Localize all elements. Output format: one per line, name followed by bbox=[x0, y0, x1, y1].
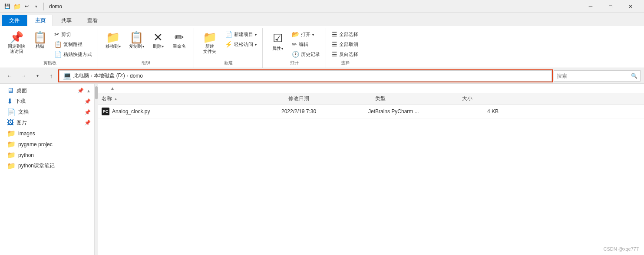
ribbon-tabs: 文件 主页 共享 查看 bbox=[0, 13, 644, 26]
sidebar-item-download[interactable]: ⬇ 下载 📌 bbox=[0, 96, 94, 107]
easy-access-label: 轻松访问 ▾ bbox=[234, 41, 257, 48]
pygame-folder-icon: 📁 bbox=[7, 140, 16, 148]
new-group-content: 📁 新建文件夹 📄 新建项目 ▾ ⚡ 轻松访问 ▾ bbox=[198, 29, 259, 59]
new-folder-button[interactable]: 📁 新建文件夹 bbox=[198, 29, 222, 56]
col-date-header[interactable]: 修改日期 bbox=[288, 95, 375, 102]
pin-label: 固定到快速访问 bbox=[8, 44, 25, 54]
sort-up-arrow: ▲ bbox=[110, 86, 115, 91]
tab-file[interactable]: 文件 bbox=[2, 15, 27, 26]
sidebar-item-pygame[interactable]: 📁 pygame projec bbox=[0, 139, 94, 150]
close-button[interactable]: ✕ bbox=[621, 0, 641, 13]
sidebar-item-pictures[interactable]: 🖼 图片 📌 bbox=[0, 118, 94, 128]
col-type-header[interactable]: 类型 bbox=[375, 95, 462, 102]
sidebar-item-desktop[interactable]: 🖥 桌面 📌 ▲ bbox=[0, 85, 94, 96]
select-col: ☰ 全部选择 ☰ 全部取消 ☰ 反向选择 bbox=[330, 29, 360, 59]
select-none-button[interactable]: ☰ 全部取消 bbox=[330, 39, 360, 49]
paste-shortcut-button[interactable]: 📄 粘贴快捷方式 bbox=[52, 49, 94, 59]
sidebar-item-python-notes[interactable]: 📁 python课堂笔记 bbox=[0, 160, 94, 171]
cut-icon: ✂ bbox=[54, 31, 59, 38]
copy-to-button[interactable]: 📋 复制到▾ bbox=[125, 29, 148, 56]
forward-button[interactable]: → bbox=[17, 70, 30, 82]
search-bar[interactable]: 🔍 bbox=[554, 70, 641, 82]
python-notes-label: python课堂笔记 bbox=[18, 162, 91, 170]
tab-view[interactable]: 查看 bbox=[80, 15, 105, 26]
documents-icon: 📄 bbox=[7, 108, 16, 116]
up-button[interactable]: ↑ bbox=[45, 70, 57, 82]
new-group: 📁 新建文件夹 📄 新建项目 ▾ ⚡ 轻松访问 ▾ 新建 bbox=[194, 28, 263, 68]
rename-icon: ✏ bbox=[175, 32, 184, 43]
copy-path-button[interactable]: 📋 复制路径 bbox=[52, 39, 94, 49]
file-item-analog-clock[interactable]: PC Analog_clock.py 2022/2/19 7:30 JetBra… bbox=[98, 105, 644, 118]
pycharm-icon: PC bbox=[102, 108, 109, 115]
properties-button[interactable]: ☑ 属性▾ bbox=[266, 29, 289, 56]
address-pc[interactable]: 此电脑 › bbox=[73, 72, 92, 79]
sidebar-item-images[interactable]: 📁 images bbox=[0, 128, 94, 139]
save-icon[interactable]: 💾 bbox=[3, 3, 11, 10]
copy-path-label: 复制路径 bbox=[63, 41, 83, 48]
move-to-button[interactable]: 📁 移动到▾ bbox=[102, 29, 124, 56]
clipboard-small-col: ✂ 剪切 📋 复制路径 📄 粘贴快捷方式 bbox=[52, 29, 94, 59]
rename-button[interactable]: ✏ 重命名 bbox=[168, 29, 190, 56]
sidebar: 🖥 桌面 📌 ▲ ⬇ 下载 📌 📄 文档 📌 🖼 图片 📌 📁 images 📁… bbox=[0, 84, 95, 255]
open-button[interactable]: 📂 打开 ▾ bbox=[290, 29, 322, 39]
address-disk-label: 本地磁盘 (D:) bbox=[94, 72, 125, 79]
cut-button[interactable]: ✂ 剪切 bbox=[52, 29, 94, 39]
minimize-button[interactable]: ─ bbox=[581, 0, 601, 13]
clipboard-group-content: 📌 固定到快速访问 📋 粘贴 ✂ 剪切 📋 复制路径 📄 粘贴快捷方式 bbox=[5, 29, 94, 59]
easy-access-icon: ⚡ bbox=[225, 41, 232, 48]
tab-share[interactable]: 共享 bbox=[54, 15, 79, 26]
window-title: domo bbox=[49, 3, 62, 10]
clipboard-group: 📌 固定到快速访问 📋 粘贴 ✂ 剪切 📋 复制路径 📄 粘贴快捷方式 bbox=[2, 28, 98, 68]
search-input[interactable] bbox=[557, 73, 629, 79]
address-disk-arrow[interactable]: › bbox=[127, 73, 128, 78]
documents-label: 文档 bbox=[18, 108, 81, 116]
sidebar-item-python[interactable]: 📁 python bbox=[0, 150, 94, 160]
col-name-sort: ▲ bbox=[114, 97, 118, 101]
file-list-header: 名称 ▲ 修改日期 类型 大小 bbox=[98, 93, 644, 105]
copy-path-icon: 📋 bbox=[54, 41, 62, 48]
download-icon: ⬇ bbox=[7, 97, 13, 105]
file-type: JetBrains PyCharm ... bbox=[368, 108, 455, 114]
edit-button[interactable]: ✏ 编辑 bbox=[290, 39, 322, 49]
paste-button[interactable]: 📋 粘贴 bbox=[29, 29, 51, 56]
address-disk[interactable]: 本地磁盘 (D:) › bbox=[94, 72, 128, 79]
history-icon: 🕐 bbox=[292, 51, 299, 58]
new-item-button[interactable]: 📄 新建项目 ▾ bbox=[223, 29, 259, 39]
file-size: 4 KB bbox=[455, 108, 507, 114]
col-name-header[interactable]: 名称 ▲ bbox=[102, 95, 288, 102]
paste-label: 粘贴 bbox=[36, 44, 44, 49]
new-item-icon: 📄 bbox=[225, 31, 232, 38]
new-label: 新建 bbox=[198, 59, 259, 68]
address-pc-arrow[interactable]: › bbox=[91, 73, 92, 78]
folder-icon[interactable]: 📁 bbox=[13, 3, 21, 10]
pin-button[interactable]: 📌 固定到快速访问 bbox=[5, 29, 28, 56]
tab-home[interactable]: 主页 bbox=[28, 15, 53, 26]
clipboard-label: 剪贴板 bbox=[5, 59, 94, 68]
new-folder-icon: 📁 bbox=[203, 32, 217, 43]
file-area: ▲ 名称 ▲ 修改日期 类型 大小 PC Analog_clock.py 202… bbox=[98, 84, 644, 255]
history-button[interactable]: 🕐 历史记录 bbox=[290, 49, 322, 59]
edit-label: 编辑 bbox=[299, 41, 308, 48]
delete-icon: ✕ bbox=[153, 32, 163, 43]
back-button[interactable]: ← bbox=[3, 70, 16, 82]
col-name-label: 名称 bbox=[102, 95, 112, 102]
nav-bar: ← → ▾ ↑ 💻 此电脑 › 本地磁盘 (D:) › domo 🔍 bbox=[0, 68, 644, 84]
address-bar[interactable]: 💻 此电脑 › 本地磁盘 (D:) › domo bbox=[59, 70, 552, 82]
copy-to-icon: 📋 bbox=[129, 32, 143, 43]
easy-access-button[interactable]: ⚡ 轻松访问 ▾ bbox=[223, 39, 259, 49]
sidebar-scrollbar[interactable] bbox=[95, 84, 98, 255]
paste-shortcut-icon: 📄 bbox=[54, 51, 62, 58]
delete-button[interactable]: ✕ 删除▾ bbox=[149, 29, 168, 56]
invert-button[interactable]: ☰ 反向选择 bbox=[330, 49, 360, 59]
watermark: CSDN @xqe777 bbox=[604, 246, 639, 252]
address-domo[interactable]: domo bbox=[130, 73, 143, 79]
dropdown-arrow-icon[interactable]: ▾ bbox=[32, 3, 40, 10]
python-label: python bbox=[18, 152, 91, 158]
organize-group: 📁 移动到▾ 📋 复制到▾ ✕ 删除▾ ✏ 重命名 组织 bbox=[98, 28, 194, 68]
undo-icon[interactable]: ↩ bbox=[23, 3, 30, 10]
col-size-header[interactable]: 大小 bbox=[462, 95, 514, 102]
select-all-button[interactable]: ☰ 全部选择 bbox=[330, 29, 360, 39]
maximize-button[interactable]: □ bbox=[601, 0, 621, 13]
sidebar-item-documents[interactable]: 📄 文档 📌 bbox=[0, 107, 94, 118]
dropdown-nav-button[interactable]: ▾ bbox=[31, 70, 43, 82]
